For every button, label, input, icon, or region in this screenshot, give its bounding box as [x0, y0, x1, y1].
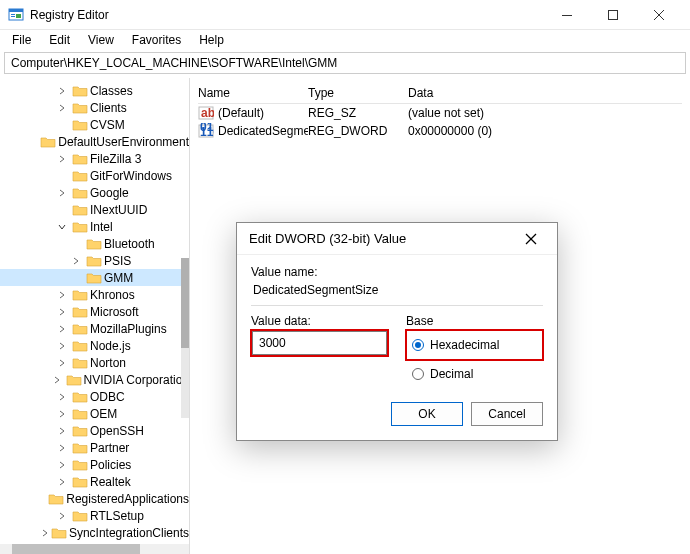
col-data[interactable]: Data — [408, 86, 682, 100]
tree-item-label: Bluetooth — [104, 237, 155, 251]
chevron-down-icon[interactable] — [58, 223, 70, 231]
tree-item[interactable]: FileZilla 3 — [0, 150, 189, 167]
radio-decimal[interactable]: Decimal — [406, 364, 543, 384]
tree-item[interactable]: INextUUID — [0, 201, 189, 218]
tree-item[interactable]: OEM — [0, 405, 189, 422]
tree-item[interactable]: Intel — [0, 218, 189, 235]
chevron-right-icon[interactable] — [58, 87, 70, 95]
dialog-titlebar[interactable]: Edit DWORD (32-bit) Value — [237, 223, 557, 255]
value-name-label: Value name: — [251, 265, 543, 279]
chevron-right-icon[interactable] — [41, 529, 49, 537]
folder-icon — [72, 118, 88, 132]
tree-item[interactable]: Policies — [0, 456, 189, 473]
menu-view[interactable]: View — [80, 31, 122, 49]
tree-item[interactable]: DefaultUserEnvironment — [0, 133, 189, 150]
tree-item[interactable]: RTLSetup — [0, 507, 189, 524]
chevron-right-icon[interactable] — [58, 325, 70, 333]
close-icon[interactable] — [525, 233, 545, 245]
tree-item[interactable]: GitForWindows — [0, 167, 189, 184]
tree-item[interactable]: Classes — [0, 82, 189, 99]
value-name: (Default) — [218, 106, 264, 120]
menu-edit[interactable]: Edit — [41, 31, 78, 49]
tree-item[interactable]: Google — [0, 184, 189, 201]
folder-icon — [72, 169, 88, 183]
menu-help[interactable]: Help — [191, 31, 232, 49]
window-title: Registry Editor — [30, 8, 544, 22]
chevron-right-icon[interactable] — [58, 359, 70, 367]
close-button[interactable] — [636, 0, 682, 30]
tree-item[interactable]: Clients — [0, 99, 189, 116]
tree-item-label: Norton — [90, 356, 126, 370]
tree-item[interactable]: CVSM — [0, 116, 189, 133]
tree-item[interactable]: Node.js — [0, 337, 189, 354]
tree-item[interactable]: GMM — [0, 269, 189, 286]
cancel-button[interactable]: Cancel — [471, 402, 543, 426]
tree-vertical-scrollbar[interactable] — [181, 258, 189, 418]
value-row[interactable]: 011110DedicatedSegme...REG_DWORD0x000000… — [198, 122, 682, 140]
radio-hex-label: Hexadecimal — [430, 338, 499, 352]
tree-item[interactable]: Norton — [0, 354, 189, 371]
svg-rect-2 — [11, 14, 15, 15]
chevron-right-icon[interactable] — [58, 155, 70, 163]
value-name: DedicatedSegme... — [218, 124, 308, 138]
svg-rect-3 — [11, 16, 15, 17]
value-row[interactable]: ab(Default)REG_SZ(value not set) — [198, 104, 682, 122]
tree-item[interactable]: Partner — [0, 439, 189, 456]
tree-horizontal-scrollbar[interactable] — [0, 544, 189, 554]
chevron-right-icon[interactable] — [58, 104, 70, 112]
value-data-input[interactable] — [252, 331, 387, 355]
svg-rect-6 — [609, 10, 618, 19]
value-name-text: DedicatedSegmentSize — [253, 283, 543, 297]
chevron-right-icon[interactable] — [58, 393, 70, 401]
folder-icon — [72, 288, 88, 302]
folder-icon — [72, 390, 88, 404]
maximize-button[interactable] — [590, 0, 636, 30]
folder-icon — [72, 407, 88, 421]
radio-hexadecimal[interactable]: Hexadecimal — [412, 335, 537, 355]
tree-item[interactable]: PSIS — [0, 252, 189, 269]
folder-icon — [86, 271, 102, 285]
svg-rect-4 — [16, 14, 21, 18]
chevron-right-icon[interactable] — [58, 308, 70, 316]
chevron-right-icon[interactable] — [58, 427, 70, 435]
svg-text:ab: ab — [201, 106, 214, 120]
chevron-right-icon[interactable] — [53, 376, 64, 384]
chevron-right-icon[interactable] — [58, 512, 70, 520]
tree-item-label: PSIS — [104, 254, 131, 268]
tree-item[interactable]: SyncIntegrationClients — [0, 524, 189, 541]
tree-item[interactable]: Microsoft — [0, 303, 189, 320]
chevron-right-icon[interactable] — [58, 444, 70, 452]
tree-item-label: GMM — [104, 271, 133, 285]
col-type[interactable]: Type — [308, 86, 408, 100]
chevron-right-icon[interactable] — [58, 291, 70, 299]
tree-item[interactable]: MozillaPlugins — [0, 320, 189, 337]
tree-item[interactable]: NVIDIA Corporation — [0, 371, 189, 388]
tree-item-label: Classes — [90, 84, 133, 98]
tree-item-label: NVIDIA Corporation — [84, 373, 189, 387]
address-bar[interactable]: Computer\HKEY_LOCAL_MACHINE\SOFTWARE\Int… — [4, 52, 686, 74]
folder-icon — [72, 305, 88, 319]
minimize-button[interactable] — [544, 0, 590, 30]
address-text: Computer\HKEY_LOCAL_MACHINE\SOFTWARE\Int… — [11, 56, 337, 70]
ok-button[interactable]: OK — [391, 402, 463, 426]
menu-favorites[interactable]: Favorites — [124, 31, 189, 49]
menu-file[interactable]: File — [4, 31, 39, 49]
chevron-right-icon[interactable] — [58, 461, 70, 469]
col-name[interactable]: Name — [198, 86, 308, 100]
folder-icon — [51, 526, 67, 540]
tree-item[interactable]: ODBC — [0, 388, 189, 405]
tree-item[interactable]: RegisteredApplications — [0, 490, 189, 507]
tree-item[interactable]: Realtek — [0, 473, 189, 490]
tree-item-label: MozillaPlugins — [90, 322, 167, 336]
tree-item[interactable]: Khronos — [0, 286, 189, 303]
tree-item[interactable]: OpenSSH — [0, 422, 189, 439]
chevron-right-icon[interactable] — [58, 189, 70, 197]
chevron-right-icon[interactable] — [58, 410, 70, 418]
chevron-right-icon[interactable] — [58, 478, 70, 486]
folder-icon — [48, 492, 64, 506]
chevron-right-icon[interactable] — [58, 342, 70, 350]
tree-pane[interactable]: ClassesClientsCVSMDefaultUserEnvironment… — [0, 78, 190, 554]
folder-icon — [66, 373, 82, 387]
tree-item[interactable]: Bluetooth — [0, 235, 189, 252]
chevron-right-icon[interactable] — [72, 257, 84, 265]
